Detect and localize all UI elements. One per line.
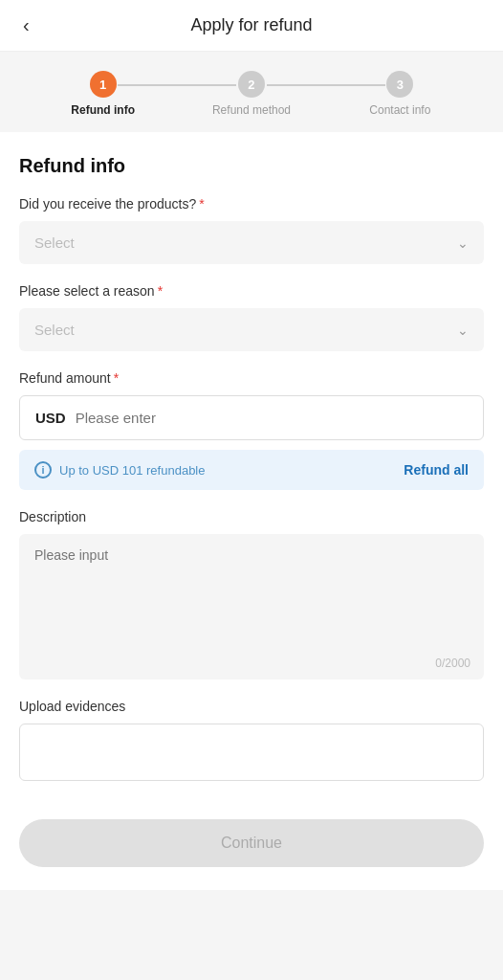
- products-select-placeholder: Select: [34, 234, 75, 251]
- step-3-label: Contact info: [369, 103, 430, 117]
- refund-info-banner: i Up to USD 101 refundable Refund all: [19, 450, 484, 490]
- reason-field-label: Please select a reason *: [19, 283, 484, 299]
- reason-select[interactable]: Select ⌄: [19, 308, 484, 351]
- reason-field-group: Please select a reason * Select ⌄: [19, 283, 484, 351]
- step-3-circle: 3: [386, 71, 413, 98]
- section-title: Refund info: [19, 155, 484, 177]
- reason-required-star: *: [158, 283, 163, 299]
- page-header: ‹ Apply for refund: [0, 0, 503, 52]
- form-content: Refund info Did you receive the products…: [0, 132, 503, 804]
- description-wrapper: 0/2000: [19, 534, 484, 679]
- page-title: Apply for refund: [190, 15, 312, 35]
- bottom-bar: Continue: [0, 804, 503, 890]
- description-field-group: Description 0/2000: [19, 509, 484, 679]
- continue-button[interactable]: Continue: [19, 819, 484, 867]
- step-1-circle: 1: [90, 71, 117, 98]
- stepper: 1 Refund info 2 Refund method 3 Contact …: [0, 52, 503, 132]
- step-2-circle: 2: [238, 71, 265, 98]
- upload-label: Upload evidences: [19, 699, 484, 714]
- description-textarea[interactable]: [34, 547, 469, 662]
- step-1: 1 Refund info: [29, 71, 177, 117]
- step-2-label: Refund method: [212, 103, 291, 117]
- step-2: 2 Refund method: [177, 71, 325, 117]
- products-required-star: *: [199, 196, 204, 212]
- back-button[interactable]: ‹: [15, 11, 37, 40]
- info-banner-text: Up to USD 101 refundable: [59, 463, 205, 478]
- products-field-label: Did you receive the products? *: [19, 196, 484, 212]
- step-3: 3 Contact info: [326, 71, 474, 117]
- amount-input-wrapper: USD: [19, 395, 484, 440]
- amount-field-group: Refund amount * USD i Up to USD 101 refu…: [19, 370, 484, 490]
- products-select[interactable]: Select ⌄: [19, 221, 484, 264]
- refund-all-button[interactable]: Refund all: [404, 462, 469, 478]
- reason-chevron-icon: ⌄: [457, 323, 469, 338]
- currency-label: USD: [35, 410, 66, 426]
- description-field-label: Description: [19, 509, 484, 524]
- upload-box[interactable]: [19, 724, 484, 781]
- amount-input[interactable]: [76, 410, 468, 426]
- info-icon: i: [34, 461, 52, 479]
- reason-select-placeholder: Select: [34, 322, 75, 338]
- info-banner-left: i Up to USD 101 refundable: [34, 461, 205, 479]
- amount-field-label: Refund amount *: [19, 370, 484, 386]
- amount-required-star: *: [114, 370, 119, 386]
- upload-section: Upload evidences: [19, 699, 484, 781]
- char-count: 0/2000: [435, 657, 470, 670]
- products-chevron-icon: ⌄: [457, 235, 469, 251]
- products-field-group: Did you receive the products? * Select ⌄: [19, 196, 484, 264]
- step-1-label: Refund info: [71, 103, 135, 117]
